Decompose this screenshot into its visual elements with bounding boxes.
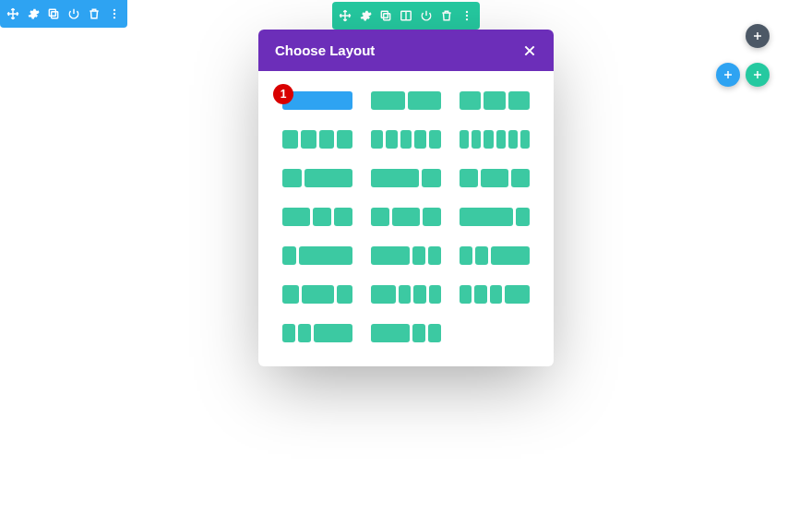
layout-column (484, 130, 493, 149)
layout-option[interactable] (371, 130, 441, 149)
layout-cell (282, 208, 352, 226)
layout-column (371, 169, 419, 187)
layout-option[interactable] (371, 246, 441, 265)
layout-column (371, 208, 389, 226)
layout-column (371, 324, 410, 342)
svg-rect-5 (381, 11, 388, 18)
layout-column (400, 130, 412, 149)
popup-header: Choose Layout (258, 30, 554, 71)
layout-column (371, 285, 396, 304)
layout-column (484, 91, 505, 110)
gear-icon[interactable] (26, 6, 41, 21)
layout-column (474, 285, 486, 304)
add-row-button[interactable] (716, 63, 740, 87)
layout-option[interactable] (371, 169, 441, 187)
layout-column (392, 208, 420, 226)
layout-cell (371, 130, 441, 149)
layout-column (505, 285, 530, 304)
layout-grid: 1 (258, 71, 554, 366)
close-icon[interactable] (522, 43, 537, 58)
layout-cell (460, 246, 530, 265)
layout-cell (371, 91, 441, 110)
layout-column (304, 169, 352, 187)
layout-cell (282, 246, 352, 265)
more-icon[interactable] (107, 6, 122, 21)
layout-column (472, 130, 481, 149)
layout-option[interactable] (460, 91, 530, 110)
layout-cell (282, 285, 352, 304)
svg-rect-0 (49, 9, 55, 16)
layout-option[interactable] (371, 208, 441, 226)
layout-column (371, 246, 410, 265)
layout-column (408, 91, 442, 110)
layout-option[interactable] (371, 91, 441, 110)
layout-option[interactable] (460, 130, 530, 149)
layout-option[interactable] (282, 324, 352, 342)
layout-cell (460, 169, 530, 187)
more-icon[interactable] (460, 8, 474, 23)
svg-point-9 (466, 11, 468, 13)
layout-column (423, 208, 441, 226)
layout-option[interactable] (282, 246, 352, 265)
layout-option[interactable] (460, 246, 530, 265)
add-section-button[interactable] (746, 24, 770, 48)
duplicate-icon[interactable] (46, 6, 61, 21)
layout-column (508, 130, 518, 149)
layout-column (298, 324, 311, 342)
trash-icon[interactable] (87, 6, 102, 21)
layout-option[interactable] (460, 285, 530, 304)
layout-option[interactable] (460, 169, 530, 187)
layout-column (334, 208, 352, 226)
layout-column (490, 285, 502, 304)
layout-column (386, 130, 398, 149)
layout-cell (371, 324, 441, 342)
layout-column (460, 285, 472, 304)
layout-cell (282, 169, 352, 187)
layout-column (428, 324, 441, 342)
layout-cell (460, 285, 530, 304)
columns-icon[interactable] (399, 8, 413, 23)
layout-column (429, 285, 441, 304)
layout-column (475, 246, 488, 265)
layout-cell (371, 246, 441, 265)
layout-column (319, 130, 335, 149)
layout-option[interactable] (371, 285, 441, 304)
trash-icon[interactable] (439, 8, 454, 23)
layout-column (399, 285, 411, 304)
fab-group (716, 24, 770, 87)
svg-point-11 (466, 18, 468, 20)
layout-option[interactable] (282, 208, 352, 226)
layout-column (460, 208, 513, 226)
add-module-button[interactable] (746, 63, 770, 87)
layout-column (491, 246, 530, 265)
layout-column (282, 246, 296, 265)
duplicate-icon[interactable] (378, 8, 393, 23)
layout-cell (371, 285, 441, 304)
section-toolbar (0, 0, 127, 28)
layout-column (301, 130, 316, 149)
layout-column (460, 91, 481, 110)
layout-cell (371, 208, 441, 226)
layout-column (282, 130, 298, 149)
layout-option[interactable] (282, 130, 352, 149)
layout-option[interactable] (460, 208, 530, 226)
power-icon[interactable] (419, 8, 434, 23)
row-toolbar (332, 2, 480, 30)
layout-option[interactable] (371, 324, 441, 342)
layout-cell (282, 130, 352, 149)
gear-icon[interactable] (358, 8, 373, 23)
svg-rect-1 (52, 12, 58, 18)
power-icon[interactable] (66, 6, 81, 21)
layout-column (371, 91, 405, 110)
move-icon[interactable] (338, 8, 352, 23)
layout-column (412, 246, 425, 265)
move-icon[interactable] (6, 6, 20, 21)
layout-column (412, 324, 425, 342)
layout-column (460, 246, 472, 265)
layout-column (282, 285, 299, 304)
layout-column (282, 324, 295, 342)
layout-option[interactable] (282, 285, 352, 304)
layout-option[interactable] (282, 169, 352, 187)
layout-column (337, 285, 353, 304)
svg-point-2 (113, 9, 115, 11)
